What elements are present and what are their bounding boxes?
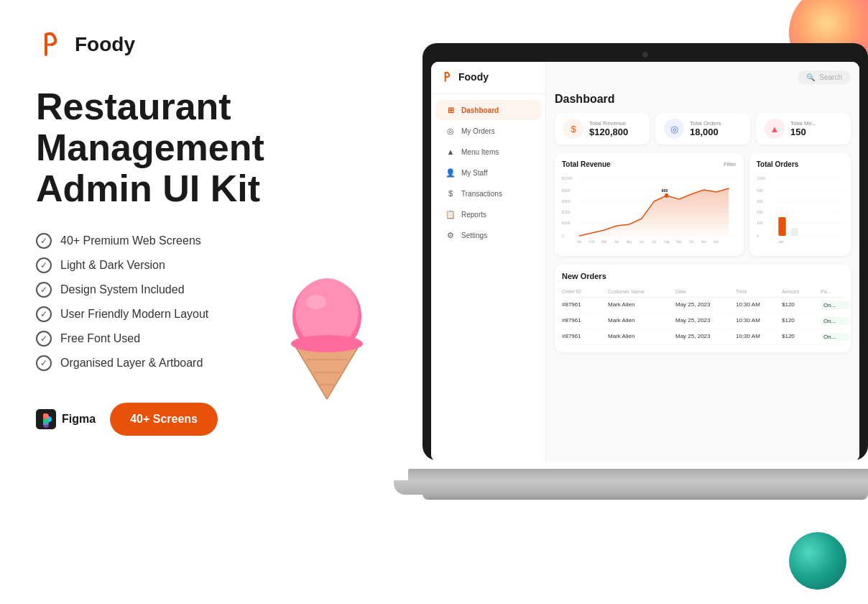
revenue-icon: $ bbox=[563, 119, 583, 139]
svg-text:Jul: Jul bbox=[652, 240, 657, 244]
menu-value: 150 bbox=[790, 127, 817, 137]
orders-chart-svg: 1000 500 300 200 100 0 bbox=[757, 174, 844, 246]
camera-notch bbox=[642, 52, 648, 58]
app-logo-text: Foody bbox=[458, 71, 489, 83]
laptop-mockup: Foody ⊞ Dashboard ◎ My Orders ▲ Menu Ite… bbox=[387, 43, 868, 546]
svg-text:Dec: Dec bbox=[714, 240, 719, 244]
sidebar-label-staff: My Staff bbox=[461, 169, 488, 177]
revenue-chart-title: Total Revenue bbox=[562, 160, 611, 168]
svg-rect-53 bbox=[790, 228, 798, 236]
sidebar-item-orders[interactable]: ◎ My Orders bbox=[435, 121, 541, 141]
app-logo-icon bbox=[441, 70, 454, 83]
sidebar-label-transactions: Transactions bbox=[461, 190, 502, 198]
check-icon: ✓ bbox=[36, 257, 52, 273]
svg-text:600: 600 bbox=[662, 188, 668, 193]
orders-label: Total Orders bbox=[690, 120, 721, 127]
svg-text:Jan: Jan bbox=[577, 240, 582, 244]
check-icon: ✓ bbox=[36, 233, 52, 249]
foody-logo-icon bbox=[36, 29, 68, 60]
svg-point-13 bbox=[291, 335, 363, 352]
orders-stat-icon: ◎ bbox=[664, 119, 684, 139]
check-icon: ✓ bbox=[36, 282, 52, 298]
svg-text:Feb: Feb bbox=[589, 240, 595, 244]
table-title: New Orders bbox=[562, 272, 844, 280]
app-sidebar: Foody ⊞ Dashboard ◎ My Orders ▲ Menu Ite… bbox=[431, 62, 546, 462]
svg-text:Aug: Aug bbox=[664, 240, 670, 244]
table-row: #87961 Mark Allen May 25, 2023 10:30 AM … bbox=[562, 314, 844, 329]
svg-rect-52 bbox=[778, 217, 785, 236]
svg-text:Nov: Nov bbox=[701, 240, 707, 244]
svg-text:500: 500 bbox=[757, 188, 763, 193]
transactions-icon: $ bbox=[445, 188, 456, 198]
status-badge: On... bbox=[821, 317, 849, 325]
svg-text:100: 100 bbox=[757, 221, 763, 225]
settings-icon: ⚙ bbox=[445, 230, 456, 240]
svg-text:0: 0 bbox=[562, 234, 564, 238]
figma-icon bbox=[36, 409, 56, 429]
filter-button[interactable]: Filter bbox=[724, 161, 737, 168]
search-icon: 🔍 bbox=[806, 73, 815, 81]
svg-text:$200: $200 bbox=[562, 210, 571, 214]
main-title: Restaurant Management Admin UI Kit bbox=[36, 86, 345, 210]
svg-text:300: 300 bbox=[757, 199, 763, 203]
sidebar-item-menu[interactable]: ▲ Menu Items bbox=[435, 142, 541, 162]
svg-text:Apr: Apr bbox=[614, 240, 619, 244]
menu-icon: ▲ bbox=[445, 147, 456, 157]
grid-icon: ⊞ bbox=[445, 105, 456, 115]
sidebar-item-transactions[interactable]: $ Transactions bbox=[435, 183, 541, 203]
svg-text:Jun: Jun bbox=[639, 240, 644, 244]
reports-icon: 📋 bbox=[445, 209, 456, 219]
brand-name: Foody bbox=[75, 33, 135, 56]
svg-text:Jan: Jan bbox=[778, 240, 783, 244]
svg-text:Oct: Oct bbox=[689, 240, 694, 244]
check-icon: ✓ bbox=[36, 306, 52, 322]
laptop-bottom bbox=[423, 494, 868, 500]
table-header: Order ID Customer Name Date Time Amount … bbox=[562, 286, 844, 298]
svg-point-3 bbox=[43, 422, 49, 428]
svg-text:Sep: Sep bbox=[676, 240, 682, 244]
app-logo-row: Foody bbox=[431, 70, 545, 94]
charts-row: Total Revenue Filter $1000 $500 $300 $20… bbox=[555, 153, 851, 256]
sidebar-item-dashboard[interactable]: ⊞ Dashboard bbox=[435, 100, 541, 120]
sidebar-label-settings: Settings bbox=[461, 232, 487, 239]
stat-card-menu: ▲ Total Me... 150 bbox=[756, 113, 851, 145]
svg-point-6 bbox=[306, 295, 326, 309]
menu-label: Total Me... bbox=[790, 120, 817, 127]
table-row: #87961 Mark Allen May 25, 2023 10:30 AM … bbox=[562, 298, 844, 314]
menu-stat-icon: ▲ bbox=[765, 119, 785, 139]
sidebar-label-reports: Reports bbox=[461, 211, 486, 219]
sidebar-item-reports[interactable]: 📋 Reports bbox=[435, 204, 541, 224]
screens-button[interactable]: 40+ Screens bbox=[110, 403, 218, 436]
col-order-id: Order ID bbox=[562, 289, 605, 294]
figma-badge: Figma bbox=[36, 409, 96, 429]
svg-text:$500: $500 bbox=[562, 188, 571, 193]
revenue-value: $120,800 bbox=[589, 127, 628, 137]
app-screen: Foody ⊞ Dashboard ◎ My Orders ▲ Menu Ite… bbox=[431, 62, 859, 462]
search-bar[interactable]: 🔍 Search bbox=[798, 70, 851, 84]
page-title: Dashboard bbox=[555, 93, 851, 106]
orders-value: 18,000 bbox=[690, 127, 721, 137]
svg-text:$1000: $1000 bbox=[562, 176, 572, 180]
sidebar-label-dashboard: Dashboard bbox=[461, 106, 499, 114]
new-orders-table: New Orders Order ID Customer Name Date T… bbox=[555, 265, 851, 352]
table-row: #87961 Mark Allen May 25, 2023 10:30 AM … bbox=[562, 329, 844, 345]
revenue-chart-card: Total Revenue Filter $1000 $500 $300 $20… bbox=[555, 153, 744, 256]
svg-text:Mar: Mar bbox=[601, 240, 607, 244]
sidebar-label-menu: Menu Items bbox=[461, 148, 499, 156]
col-amount: Amount bbox=[782, 289, 818, 294]
stats-row: $ Total Revenue $120,800 ◎ Total Orders … bbox=[555, 113, 851, 145]
status-badge: On... bbox=[821, 333, 849, 341]
col-customer: Customer Name bbox=[608, 289, 673, 294]
sidebar-item-settings[interactable]: ⚙ Settings bbox=[435, 225, 541, 245]
icecream-decoration bbox=[280, 266, 374, 406]
svg-text:$300: $300 bbox=[562, 199, 571, 203]
sidebar-item-staff[interactable]: 👤 My Staff bbox=[435, 163, 541, 183]
svg-text:0: 0 bbox=[757, 234, 759, 238]
sidebar-label-orders: My Orders bbox=[461, 127, 495, 135]
col-time: Time bbox=[736, 289, 779, 294]
revenue-chart-svg: $1000 $500 $300 $200 $100 0 bbox=[562, 174, 737, 246]
orders-chart-card: Total Orders 1000 500 300 200 100 0 bbox=[749, 153, 851, 256]
laptop-base bbox=[394, 480, 868, 495]
svg-point-26 bbox=[665, 193, 668, 198]
svg-text:1000: 1000 bbox=[757, 176, 765, 180]
